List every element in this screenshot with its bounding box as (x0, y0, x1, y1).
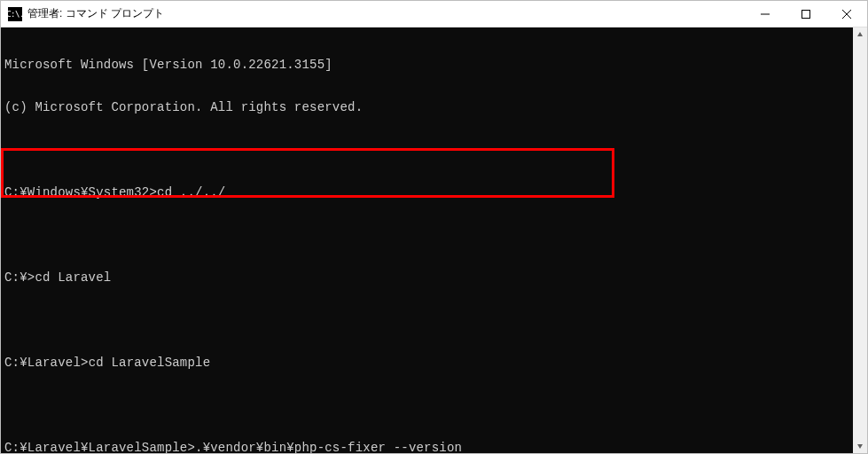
command-line: C:¥Laravel>cd LaravelSample (4, 356, 864, 370)
command-line: C:¥>cd Laravel (4, 270, 864, 285)
scrollbar[interactable] (853, 27, 867, 453)
cmd-icon: C:\. (8, 7, 22, 21)
prompt: C:¥> (4, 270, 35, 285)
prompt: C:¥Laravel¥LaravelSample> (4, 441, 195, 453)
svg-marker-4 (857, 32, 863, 36)
titlebar[interactable]: C:\. 管理者: コマンド プロンプト (1, 1, 867, 27)
command-line: C:¥Laravel¥LaravelSample>.¥vendor¥bin¥ph… (4, 441, 864, 453)
scroll-up-button[interactable] (853, 27, 867, 42)
command-text: cd ../../ (157, 185, 225, 200)
blank-line (4, 313, 864, 327)
blank-line (4, 228, 864, 242)
blank-line (4, 398, 864, 412)
prompt: C:¥Laravel> (4, 356, 89, 370)
command-text: .¥vendor¥bin¥php-cs-fixer --version (195, 441, 462, 453)
window: C:\. 管理者: コマンド プロンプト Microsoft Windows [… (0, 0, 868, 454)
minimize-button[interactable] (745, 1, 786, 27)
window-title: 管理者: コマンド プロンプト (27, 6, 745, 21)
svg-marker-5 (857, 444, 863, 449)
command-text: cd Laravel (35, 270, 111, 285)
svg-rect-1 (802, 10, 810, 18)
maximize-button[interactable] (786, 1, 826, 27)
scroll-down-button[interactable] (853, 439, 867, 453)
command-text: cd LaravelSample (89, 356, 211, 370)
prompt: C:¥Windows¥System32> (4, 185, 157, 200)
close-button[interactable] (826, 1, 867, 27)
blank-line (4, 143, 864, 157)
output-line: Microsoft Windows [Version 10.0.22621.31… (4, 58, 864, 72)
terminal-area[interactable]: Microsoft Windows [Version 10.0.22621.31… (1, 27, 867, 453)
scroll-track[interactable] (853, 42, 867, 439)
command-line: C:¥Windows¥System32>cd ../../ (4, 185, 864, 200)
window-controls (745, 1, 867, 27)
output-line: (c) Microsoft Corporation. All rights re… (4, 100, 864, 114)
